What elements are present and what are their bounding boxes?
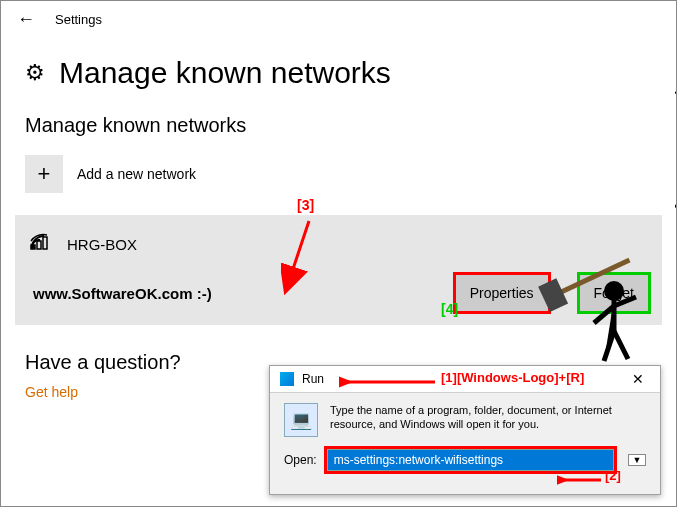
plus-icon: + (25, 155, 63, 193)
run-dialog-title: Run (302, 372, 324, 386)
run-dropdown-button[interactable]: ▼ (628, 454, 646, 466)
run-program-icon: 💻 (284, 403, 318, 437)
wifi-icon (29, 231, 53, 257)
add-network-button[interactable]: + Add a new network (1, 149, 676, 207)
network-name: HRG-BOX (67, 236, 137, 253)
run-app-icon (280, 372, 294, 386)
annotation-3: [3] (297, 197, 314, 213)
section-subtitle: Manage known networks (1, 104, 676, 149)
properties-button[interactable]: Properties (456, 275, 548, 311)
page-title: Manage known networks (59, 56, 391, 90)
annotation-1: [1][Windows-Logo]+[R] (441, 370, 584, 385)
arrow-annotation-2 (557, 473, 603, 487)
svg-point-0 (31, 245, 35, 249)
open-label: Open: (284, 453, 317, 467)
annotation-4: [4] (441, 301, 458, 317)
back-button[interactable]: ← (17, 9, 35, 30)
svg-rect-6 (538, 278, 568, 312)
close-button[interactable]: ✕ (626, 371, 650, 387)
gear-icon: ⚙ (25, 60, 45, 86)
watermark-vertical: www.SoftwareOK.com :-) (672, 89, 677, 268)
hammer-figure-icon (536, 231, 656, 371)
arrow-annotation-3 (281, 217, 321, 297)
svg-point-4 (604, 281, 624, 301)
annotation-2: [2] (605, 468, 621, 483)
arrow-annotation-1 (339, 375, 439, 389)
add-network-label: Add a new network (77, 166, 196, 182)
svg-line-1 (289, 221, 309, 281)
run-command-input[interactable]: ms-settings:network-wifisettings (327, 449, 614, 471)
run-description: Type the name of a program, folder, docu… (330, 403, 646, 437)
window-title: Settings (55, 12, 102, 27)
watermark-text: www.SoftwareOK.com :-) (33, 285, 212, 302)
